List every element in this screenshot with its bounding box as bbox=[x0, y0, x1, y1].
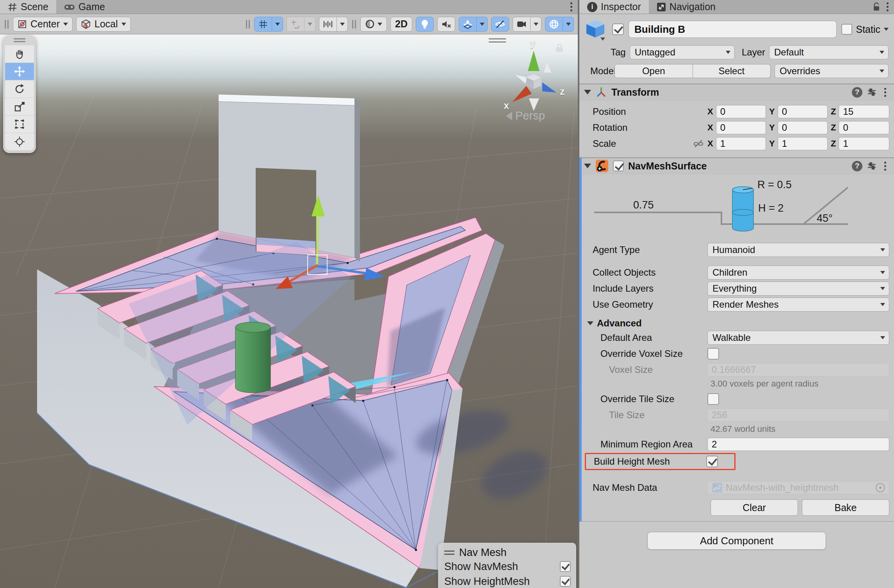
scene-viewport[interactable]: y x z Persp Nav Mesh Show NavMesh bbox=[0, 34, 578, 588]
default-area-row: Default Area Walkable bbox=[593, 331, 889, 345]
rotation-mode-button[interactable]: Local bbox=[76, 17, 131, 32]
model-open-button[interactable]: Open bbox=[614, 64, 693, 78]
agent-type-dropdown[interactable]: Humanoid bbox=[707, 243, 889, 257]
transform-menu-icon[interactable] bbox=[881, 86, 889, 98]
axis-y-label[interactable]: y bbox=[530, 37, 536, 49]
grid-options-dropdown[interactable] bbox=[272, 17, 283, 32]
lighting-toggle-button[interactable] bbox=[416, 17, 434, 32]
tool-palette-handle[interactable] bbox=[5, 38, 34, 42]
toolbar-drag-handle[interactable] bbox=[4, 20, 9, 29]
help-icon[interactable]: ? bbox=[852, 87, 862, 98]
gizmos-button[interactable] bbox=[545, 17, 563, 32]
scale-tool-button[interactable] bbox=[5, 98, 34, 115]
gameobject-name-field[interactable]: Building B bbox=[629, 21, 837, 38]
transform-component-icon bbox=[595, 86, 607, 98]
scale-label: Scale bbox=[593, 138, 616, 149]
show-navmesh-checkbox[interactable] bbox=[560, 561, 571, 572]
build-height-mesh-checkbox[interactable] bbox=[706, 456, 718, 467]
tab-scene[interactable]: Scene bbox=[0, 0, 56, 14]
unlinked-scale-icon[interactable] bbox=[693, 139, 703, 148]
projection-mode[interactable]: Persp bbox=[506, 109, 545, 122]
presets-icon[interactable] bbox=[867, 87, 877, 97]
foldout-icon[interactable] bbox=[584, 164, 591, 168]
camera-icon bbox=[516, 20, 527, 29]
object-picker-icon[interactable] bbox=[876, 483, 885, 492]
scene-menu-icon[interactable] bbox=[567, 1, 575, 13]
grid-visibility-button[interactable] bbox=[254, 17, 272, 32]
foldout-icon[interactable] bbox=[584, 90, 591, 94]
model-select-button[interactable]: Select bbox=[693, 64, 771, 78]
tab-navigation[interactable]: Navigation bbox=[649, 0, 723, 14]
collect-objects-dropdown[interactable]: Children bbox=[707, 265, 889, 280]
viewport-overlay-handle[interactable] bbox=[489, 38, 506, 43]
effects-options-dropdown[interactable] bbox=[477, 17, 488, 32]
show-heightmesh-checkbox[interactable] bbox=[560, 576, 571, 587]
build-height-mesh-label: Build Height Mesh bbox=[591, 456, 706, 467]
bake-button[interactable]: Bake bbox=[802, 499, 889, 516]
rect-tool-button[interactable] bbox=[5, 116, 34, 133]
default-area-dropdown[interactable]: Walkable bbox=[707, 331, 889, 345]
pivot-mode-button[interactable]: Center bbox=[13, 17, 73, 32]
transform-header[interactable]: Transform ? bbox=[579, 84, 894, 100]
axis-z-label[interactable]: z bbox=[560, 86, 565, 97]
unlock-icon[interactable] bbox=[873, 2, 880, 12]
transform-tool-button[interactable] bbox=[5, 133, 34, 150]
override-voxel-size-checkbox[interactable] bbox=[707, 348, 719, 360]
gameobject-enabled-checkbox[interactable] bbox=[612, 23, 624, 35]
include-layers-dropdown[interactable]: Everything bbox=[707, 282, 889, 296]
nav-mesh-data-field[interactable]: NavMesh-with_heightmesh bbox=[707, 481, 889, 494]
legend-drag-handle[interactable] bbox=[444, 551, 454, 555]
scene-render bbox=[0, 34, 578, 588]
clear-button[interactable]: Clear bbox=[711, 499, 798, 516]
audio-toggle-button[interactable] bbox=[437, 17, 455, 32]
position-z-field[interactable]: 15 bbox=[839, 105, 889, 118]
position-x-field[interactable]: 0 bbox=[716, 105, 766, 118]
layer-dropdown[interactable]: Default bbox=[769, 45, 889, 59]
rotation-y-field[interactable]: 0 bbox=[778, 121, 828, 134]
tag-dropdown[interactable]: Untagged bbox=[630, 45, 735, 59]
gizmos-options-dropdown[interactable] bbox=[563, 17, 574, 32]
grid-icon bbox=[258, 20, 268, 29]
rotation-lock-icon[interactable] bbox=[556, 44, 564, 52]
camera-button[interactable] bbox=[513, 17, 531, 32]
snap-button[interactable] bbox=[287, 17, 305, 32]
navmesh-asset-icon bbox=[712, 482, 723, 493]
rotate-tool-button[interactable] bbox=[5, 80, 34, 98]
presets-icon[interactable] bbox=[867, 161, 877, 171]
add-component-button[interactable]: Add Component bbox=[647, 532, 826, 550]
2d-toggle-button[interactable]: 2D bbox=[390, 17, 412, 32]
advanced-foldout[interactable]: Advanced bbox=[587, 318, 889, 329]
scale-z-field[interactable]: 1 bbox=[839, 137, 889, 150]
override-tile-size-checkbox[interactable] bbox=[707, 393, 719, 405]
static-checkbox[interactable] bbox=[841, 24, 852, 35]
tab-inspector[interactable]: i Inspector bbox=[579, 0, 649, 14]
rotation-mode-label: Local bbox=[94, 18, 118, 30]
toolbar-drag-handle[interactable] bbox=[245, 20, 251, 29]
chevron-down-icon bbox=[880, 303, 885, 306]
camera-options-dropdown[interactable] bbox=[531, 17, 541, 32]
scale-x-field[interactable]: 1 bbox=[716, 137, 766, 150]
ruler-icon bbox=[323, 20, 333, 29]
static-dropdown-icon[interactable] bbox=[884, 28, 889, 31]
navmeshsurface-header[interactable]: NavMeshSurface ? bbox=[579, 158, 894, 174]
measure-button[interactable] bbox=[319, 17, 337, 32]
snap-options-dropdown[interactable] bbox=[305, 17, 315, 32]
rotation-z-field[interactable]: 0 bbox=[839, 121, 889, 134]
inspector-menu-icon[interactable] bbox=[883, 1, 892, 13]
draw-mode-button[interactable] bbox=[360, 17, 387, 32]
use-geometry-dropdown[interactable]: Render Meshes bbox=[707, 298, 889, 312]
measure-options-dropdown[interactable] bbox=[337, 17, 348, 32]
tab-game[interactable]: Game bbox=[56, 0, 113, 14]
overrides-dropdown[interactable]: Overrides bbox=[775, 64, 889, 78]
navmeshsurface-menu-icon[interactable] bbox=[881, 160, 889, 172]
rotation-x-field[interactable]: 0 bbox=[716, 121, 766, 134]
hand-tool-button[interactable] bbox=[5, 45, 34, 62]
scene-visibility-button[interactable] bbox=[491, 17, 509, 32]
minimum-region-area-field[interactable]: 2 bbox=[707, 438, 889, 451]
move-tool-button[interactable] bbox=[5, 63, 34, 80]
effects-button[interactable] bbox=[459, 17, 477, 32]
help-icon[interactable]: ? bbox=[852, 161, 862, 171]
position-y-field[interactable]: 0 bbox=[778, 105, 828, 118]
scale-y-field[interactable]: 1 bbox=[778, 137, 828, 150]
navmeshsurface-enabled-checkbox[interactable] bbox=[613, 160, 624, 171]
